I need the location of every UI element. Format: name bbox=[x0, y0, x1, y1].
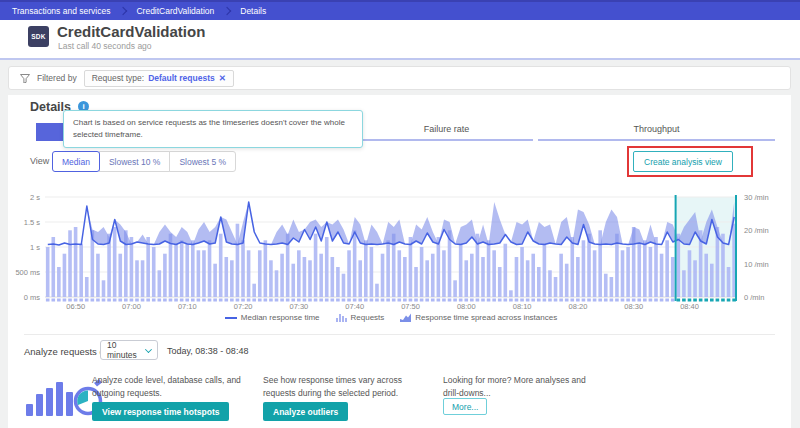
selected-range-text: Today, 08:38 - 08:48 bbox=[167, 346, 248, 356]
x-tick-label: 07:30 bbox=[282, 302, 316, 311]
median-line-icon bbox=[225, 317, 237, 319]
requests-bars-icon bbox=[336, 313, 347, 322]
y-axis-left-label: 0 ms bbox=[6, 293, 40, 302]
panel-more-text: Looking for more? More analyses and dril… bbox=[443, 374, 603, 399]
x-tick-label: 07:50 bbox=[394, 302, 428, 311]
x-tick-label: 07:20 bbox=[226, 302, 260, 311]
x-tick-label: 07:40 bbox=[338, 302, 372, 311]
view-response-time-hotspots-button[interactable]: View response time hotspots bbox=[92, 402, 229, 421]
page-title: CreditCardValidation bbox=[57, 23, 205, 40]
last-call-subtitle: Last call 40 seconds ago bbox=[58, 41, 152, 51]
panel-outliers-text: See how response times vary across reque… bbox=[263, 374, 423, 399]
y-axis-left-label: 1.5 s bbox=[6, 218, 40, 227]
view-option-median[interactable]: Median bbox=[52, 151, 100, 172]
panel-hotspots-text: Analyze code level, database calls, and … bbox=[92, 374, 244, 399]
filter-funnel-icon bbox=[20, 74, 30, 83]
section-divider bbox=[24, 334, 775, 335]
filter-chip-key: Request type: bbox=[92, 73, 144, 83]
breadcrumb-separator-icon bbox=[119, 6, 127, 14]
view-label: View bbox=[30, 156, 49, 166]
x-tick-label: 08:10 bbox=[505, 302, 539, 311]
create-analysis-view-button[interactable]: Create analysis view bbox=[633, 151, 733, 172]
x-tick-label: 07:10 bbox=[170, 302, 204, 311]
filter-bar: Filtered by Request type: Default reques… bbox=[8, 66, 791, 90]
breadcrumb-bar: Transactions and services CreditCardVali… bbox=[0, 0, 800, 20]
remove-filter-icon[interactable]: ✕ bbox=[219, 73, 226, 83]
filtered-by-label: Filtered by bbox=[37, 73, 77, 83]
view-option-slowest-10[interactable]: Slowest 10 % bbox=[99, 151, 171, 172]
period-select[interactable]: 10 minutes bbox=[100, 340, 158, 360]
chart-info-tooltip: Chart is based on service requests as th… bbox=[63, 110, 363, 148]
x-tick-label: 08:40 bbox=[673, 302, 707, 311]
x-tick-label: 07:00 bbox=[115, 302, 149, 311]
view-segmented-control: Median Slowest 10 % Slowest 5 % bbox=[52, 151, 236, 172]
y-axis-right-label: 20 /min bbox=[744, 226, 784, 235]
breadcrumb-separator-icon bbox=[223, 6, 231, 14]
legend-spread: Response time spread across instances bbox=[400, 313, 557, 322]
sdk-service-icon: SDK bbox=[28, 26, 49, 47]
breadcrumb-transactions-and-services[interactable]: Transactions and services bbox=[12, 6, 110, 16]
tab-failure-rate[interactable]: Failure rate bbox=[360, 124, 533, 134]
chart-legend: Median response time Requests Response t… bbox=[45, 313, 737, 322]
x-tick-label: 08:00 bbox=[449, 302, 483, 311]
analyze-outliers-button[interactable]: Analyze outliers bbox=[263, 402, 348, 421]
y-axis-right-label: 0 /min bbox=[744, 293, 784, 302]
breadcrumb-service[interactable]: CreditCardValidation bbox=[136, 6, 214, 16]
y-axis-left-label: 2 s bbox=[6, 193, 40, 202]
tab-failure-rate-underline bbox=[360, 139, 533, 141]
y-axis-left-label: 500 ms bbox=[6, 268, 40, 277]
x-tick-label: 06:50 bbox=[59, 302, 93, 311]
breadcrumb-details[interactable]: Details bbox=[240, 6, 266, 16]
spread-area-icon bbox=[400, 313, 411, 322]
timeseries-chart[interactable] bbox=[45, 197, 737, 302]
x-tick-label: 08:20 bbox=[561, 302, 595, 311]
more-button[interactable]: More... bbox=[443, 398, 487, 415]
legend-requests: Requests bbox=[336, 313, 385, 322]
tab-throughput[interactable]: Throughput bbox=[538, 124, 775, 134]
legend-median: Median response time bbox=[225, 313, 320, 322]
x-tick-label: 08:30 bbox=[617, 302, 651, 311]
response-spread-area bbox=[48, 202, 734, 245]
filter-chip-value[interactable]: Default requests bbox=[148, 73, 215, 83]
period-select-value: 10 minutes bbox=[107, 340, 146, 360]
header-divider bbox=[0, 58, 800, 60]
view-option-slowest-5[interactable]: Slowest 5 % bbox=[169, 151, 236, 172]
y-axis-left-label: 1 s bbox=[6, 243, 40, 252]
filter-chip-request-type[interactable]: Request type: Default requests ✕ bbox=[84, 70, 234, 87]
tab-throughput-underline bbox=[538, 139, 775, 141]
y-axis-right-label: 30 /min bbox=[744, 193, 784, 202]
y-axis-right-label: 10 /min bbox=[744, 260, 784, 269]
chevron-down-icon bbox=[145, 346, 152, 353]
